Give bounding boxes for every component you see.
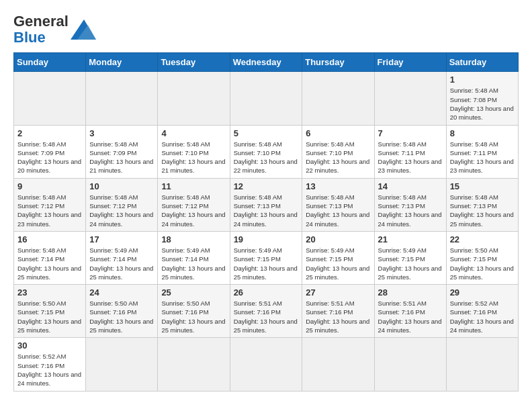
day-number: 30 [17, 340, 82, 351]
day-number: 4 [161, 128, 226, 138]
day-info: Sunrise: 5:52 AM Sunset: 7:16 PM Dayligh… [450, 299, 515, 334]
calendar-cell: 29Sunrise: 5:52 AM Sunset: 7:16 PM Dayli… [446, 285, 518, 338]
day-info: Sunrise: 5:48 AM Sunset: 7:13 PM Dayligh… [306, 193, 370, 228]
day-info: Sunrise: 5:48 AM Sunset: 7:13 PM Dayligh… [378, 193, 443, 228]
day-info: Sunrise: 5:50 AM Sunset: 7:16 PM Dayligh… [161, 299, 226, 334]
logo-icon [71, 19, 96, 40]
day-info: Sunrise: 5:51 AM Sunset: 7:16 PM Dayligh… [306, 299, 370, 334]
day-number: 10 [89, 181, 154, 191]
calendar-cell [14, 72, 86, 125]
calendar-cell [230, 338, 302, 391]
day-info: Sunrise: 5:48 AM Sunset: 7:14 PM Dayligh… [17, 246, 82, 281]
day-info: Sunrise: 5:48 AM Sunset: 7:08 PM Dayligh… [450, 86, 515, 122]
calendar-cell: 22Sunrise: 5:50 AM Sunset: 7:15 PM Dayli… [446, 231, 518, 284]
calendar-cell [86, 72, 158, 125]
day-info: Sunrise: 5:48 AM Sunset: 7:09 PM Dayligh… [17, 140, 82, 175]
calendar-cell [302, 338, 374, 391]
day-info: Sunrise: 5:49 AM Sunset: 7:14 PM Dayligh… [89, 246, 154, 281]
day-info: Sunrise: 5:50 AM Sunset: 7:15 PM Dayligh… [450, 246, 515, 281]
day-number: 28 [378, 287, 443, 298]
calendar-table: SundayMondayTuesdayWednesdayThursdayFrid… [13, 52, 519, 391]
weekday-header: Friday [374, 53, 446, 72]
calendar-cell [158, 338, 230, 391]
calendar-cell: 1Sunrise: 5:48 AM Sunset: 7:08 PM Daylig… [446, 72, 518, 125]
weekday-header: Saturday [446, 53, 518, 72]
calendar-cell: 11Sunrise: 5:48 AM Sunset: 7:12 PM Dayli… [158, 178, 230, 231]
calendar-cell: 16Sunrise: 5:48 AM Sunset: 7:14 PM Dayli… [14, 231, 86, 284]
day-number: 25 [161, 287, 226, 298]
weekday-header: Thursday [302, 53, 374, 72]
weekday-header: Monday [86, 53, 158, 72]
day-number: 13 [306, 181, 370, 191]
calendar-cell: 19Sunrise: 5:49 AM Sunset: 7:15 PM Dayli… [230, 231, 302, 284]
day-number: 1 [450, 75, 515, 85]
calendar-cell: 15Sunrise: 5:48 AM Sunset: 7:13 PM Dayli… [446, 178, 518, 231]
day-info: Sunrise: 5:49 AM Sunset: 7:14 PM Dayligh… [161, 246, 226, 281]
day-number: 6 [306, 128, 370, 138]
day-info: Sunrise: 5:52 AM Sunset: 7:16 PM Dayligh… [17, 352, 82, 387]
day-info: Sunrise: 5:48 AM Sunset: 7:11 PM Dayligh… [450, 140, 515, 175]
day-number: 5 [234, 128, 299, 138]
day-number: 20 [306, 234, 370, 244]
calendar-cell [230, 72, 302, 125]
calendar-cell: 6Sunrise: 5:48 AM Sunset: 7:10 PM Daylig… [302, 125, 374, 178]
day-number: 21 [378, 234, 443, 244]
calendar-cell: 7Sunrise: 5:48 AM Sunset: 7:11 PM Daylig… [374, 125, 446, 178]
day-info: Sunrise: 5:48 AM Sunset: 7:12 PM Dayligh… [161, 193, 226, 228]
day-number: 9 [17, 181, 82, 191]
day-info: Sunrise: 5:48 AM Sunset: 7:10 PM Dayligh… [234, 140, 299, 175]
calendar-cell [446, 338, 518, 391]
calendar-cell [86, 338, 158, 391]
day-number: 7 [378, 128, 443, 138]
day-info: Sunrise: 5:48 AM Sunset: 7:12 PM Dayligh… [89, 193, 154, 228]
calendar-cell: 25Sunrise: 5:50 AM Sunset: 7:16 PM Dayli… [158, 285, 230, 338]
calendar-cell: 28Sunrise: 5:51 AM Sunset: 7:16 PM Dayli… [374, 285, 446, 338]
calendar-cell [374, 72, 446, 125]
calendar-cell: 17Sunrise: 5:49 AM Sunset: 7:14 PM Dayli… [86, 231, 158, 284]
logo-text: General Blue [13, 13, 69, 46]
calendar-cell: 4Sunrise: 5:48 AM Sunset: 7:10 PM Daylig… [158, 125, 230, 178]
day-number: 24 [89, 287, 154, 298]
day-info: Sunrise: 5:48 AM Sunset: 7:13 PM Dayligh… [234, 193, 299, 228]
calendar-cell: 9Sunrise: 5:48 AM Sunset: 7:12 PM Daylig… [14, 178, 86, 231]
calendar-cell: 5Sunrise: 5:48 AM Sunset: 7:10 PM Daylig… [230, 125, 302, 178]
calendar-cell: 2Sunrise: 5:48 AM Sunset: 7:09 PM Daylig… [14, 125, 86, 178]
weekday-header: Tuesday [158, 53, 230, 72]
calendar-cell: 18Sunrise: 5:49 AM Sunset: 7:14 PM Dayli… [158, 231, 230, 284]
calendar-cell: 24Sunrise: 5:50 AM Sunset: 7:16 PM Dayli… [86, 285, 158, 338]
page-header: General Blue [13, 13, 519, 46]
day-info: Sunrise: 5:51 AM Sunset: 7:16 PM Dayligh… [378, 299, 443, 334]
day-info: Sunrise: 5:48 AM Sunset: 7:12 PM Dayligh… [17, 193, 82, 228]
calendar-cell [158, 72, 230, 125]
day-number: 15 [450, 181, 515, 191]
calendar-cell: 23Sunrise: 5:50 AM Sunset: 7:15 PM Dayli… [14, 285, 86, 338]
calendar-cell: 20Sunrise: 5:49 AM Sunset: 7:15 PM Dayli… [302, 231, 374, 284]
day-number: 8 [450, 128, 515, 138]
day-info: Sunrise: 5:48 AM Sunset: 7:09 PM Dayligh… [89, 140, 154, 175]
day-info: Sunrise: 5:48 AM Sunset: 7:10 PM Dayligh… [306, 140, 370, 175]
day-number: 3 [89, 128, 154, 138]
day-number: 12 [234, 181, 299, 191]
calendar-cell: 13Sunrise: 5:48 AM Sunset: 7:13 PM Dayli… [302, 178, 374, 231]
day-number: 26 [234, 287, 299, 298]
calendar-cell: 10Sunrise: 5:48 AM Sunset: 7:12 PM Dayli… [86, 178, 158, 231]
day-info: Sunrise: 5:48 AM Sunset: 7:11 PM Dayligh… [378, 140, 443, 175]
calendar-cell: 27Sunrise: 5:51 AM Sunset: 7:16 PM Dayli… [302, 285, 374, 338]
weekday-header: Wednesday [230, 53, 302, 72]
calendar-cell: 3Sunrise: 5:48 AM Sunset: 7:09 PM Daylig… [86, 125, 158, 178]
calendar-cell [302, 72, 374, 125]
day-number: 23 [17, 287, 82, 298]
day-number: 22 [450, 234, 515, 244]
logo: General Blue [13, 13, 96, 46]
day-info: Sunrise: 5:51 AM Sunset: 7:16 PM Dayligh… [234, 299, 299, 334]
day-number: 11 [161, 181, 226, 191]
day-info: Sunrise: 5:49 AM Sunset: 7:15 PM Dayligh… [378, 246, 443, 281]
day-info: Sunrise: 5:50 AM Sunset: 7:15 PM Dayligh… [17, 299, 82, 334]
day-number: 16 [17, 234, 82, 244]
calendar-cell: 12Sunrise: 5:48 AM Sunset: 7:13 PM Dayli… [230, 178, 302, 231]
day-info: Sunrise: 5:50 AM Sunset: 7:16 PM Dayligh… [89, 299, 154, 334]
calendar-cell: 21Sunrise: 5:49 AM Sunset: 7:15 PM Dayli… [374, 231, 446, 284]
day-number: 29 [450, 287, 515, 298]
calendar-cell [374, 338, 446, 391]
day-number: 18 [161, 234, 226, 244]
